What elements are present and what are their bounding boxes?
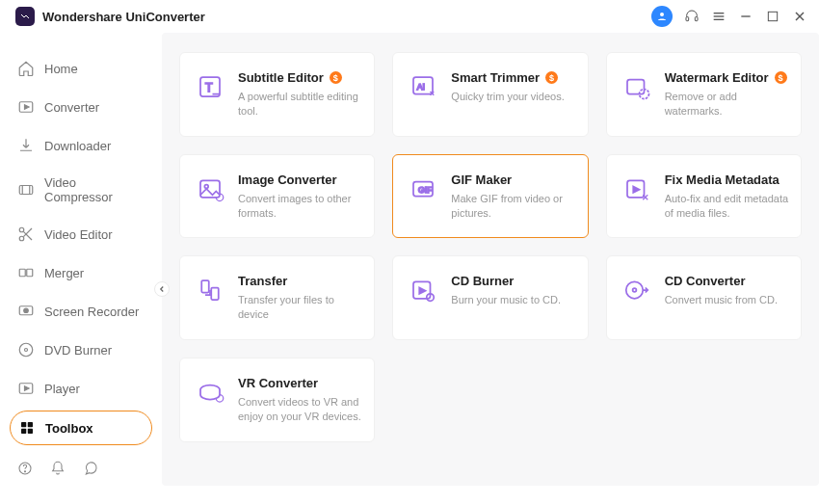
sidebar-item-label: DVD Burner bbox=[44, 343, 112, 358]
svg-rect-12 bbox=[19, 186, 33, 195]
sidebar-item-label: Player bbox=[44, 382, 80, 396]
converter-icon bbox=[17, 98, 35, 116]
tool-title: CD Burner bbox=[451, 274, 514, 288]
tool-card-image-converter[interactable]: Image Converter $ Convert images to othe… bbox=[179, 154, 375, 239]
tool-title: Smart Trimmer bbox=[451, 70, 540, 85]
tool-icon bbox=[196, 378, 225, 407]
scissors-icon bbox=[17, 225, 35, 243]
tool-icon bbox=[622, 276, 651, 305]
svg-rect-27 bbox=[21, 422, 26, 427]
tool-title: VR Converter bbox=[238, 376, 318, 390]
sidebar-item-dvd-burner[interactable]: DVD Burner bbox=[10, 333, 152, 366]
sidebar-item-screen-recorder[interactable]: Screen Recorder bbox=[10, 295, 152, 328]
sidebar: Home Converter Downloader Video Compress… bbox=[0, 33, 162, 486]
tool-desc: Convert images to other formats. bbox=[238, 192, 362, 221]
svg-text:GIF: GIF bbox=[418, 184, 433, 194]
tool-title: GIF Maker bbox=[451, 172, 512, 187]
premium-badge-icon: $ bbox=[545, 71, 558, 84]
headset-icon[interactable] bbox=[684, 9, 700, 24]
svg-point-24 bbox=[25, 349, 28, 352]
tool-card-fix-media-metadata[interactable]: Fix Media Metadata $ Auto-fix and edit m… bbox=[606, 154, 802, 239]
svg-rect-20 bbox=[27, 269, 33, 277]
user-account-button[interactable] bbox=[651, 6, 673, 27]
svg-rect-28 bbox=[28, 422, 33, 427]
premium-badge-icon: $ bbox=[775, 71, 787, 84]
grid-icon bbox=[18, 419, 36, 437]
sidebar-item-video-compressor[interactable]: Video Compressor bbox=[10, 168, 152, 212]
tool-desc: Transfer your files to device bbox=[238, 293, 362, 322]
sidebar-item-label: Converter bbox=[44, 100, 99, 115]
tool-card-transfer[interactable]: Transfer $ Transfer your files to device bbox=[179, 255, 375, 340]
download-icon bbox=[17, 137, 35, 154]
svg-marker-45 bbox=[633, 186, 639, 192]
minimize-button[interactable] bbox=[738, 9, 753, 24]
sidebar-item-converter[interactable]: Converter bbox=[10, 91, 152, 123]
svg-point-32 bbox=[24, 471, 25, 472]
svg-rect-7 bbox=[768, 12, 777, 20]
svg-point-0 bbox=[660, 13, 664, 16]
svg-marker-49 bbox=[420, 288, 426, 294]
tool-icon bbox=[196, 174, 225, 203]
disc-icon bbox=[17, 341, 35, 358]
tool-desc: Burn your music to CD. bbox=[451, 293, 561, 307]
svg-text:AI: AI bbox=[417, 82, 425, 92]
play-icon bbox=[17, 380, 35, 397]
compressor-icon bbox=[17, 181, 35, 199]
home-icon bbox=[17, 60, 35, 77]
merger-icon bbox=[17, 264, 35, 281]
tool-desc: Remove or add watermarks. bbox=[665, 90, 789, 119]
sidebar-item-home[interactable]: Home bbox=[10, 52, 152, 85]
tool-card-cd-converter[interactable]: CD Converter $ Convert music from CD. bbox=[606, 255, 802, 340]
sidebar-item-player[interactable]: Player bbox=[10, 372, 152, 405]
sidebar-item-toolbox[interactable]: Toolbox bbox=[10, 411, 152, 445]
svg-point-22 bbox=[24, 308, 29, 313]
titlebar: Wondershare UniConverter bbox=[0, 0, 819, 33]
tool-title: Image Converter bbox=[238, 172, 337, 187]
tool-icon bbox=[622, 174, 651, 203]
tool-icon: T bbox=[196, 72, 225, 101]
svg-rect-30 bbox=[28, 429, 33, 434]
svg-rect-2 bbox=[695, 17, 698, 21]
svg-rect-38 bbox=[627, 80, 645, 94]
tool-card-subtitle-editor[interactable]: T Subtitle Editor $ A powerful subtitle … bbox=[179, 52, 375, 137]
sidebar-collapse-button[interactable] bbox=[154, 281, 170, 297]
tool-icon bbox=[622, 72, 651, 101]
help-icon[interactable] bbox=[17, 461, 33, 476]
tool-card-watermark-editor[interactable]: Watermark Editor $ Remove or add waterma… bbox=[606, 52, 802, 137]
svg-point-15 bbox=[19, 227, 24, 232]
tool-icon: GIF bbox=[409, 174, 437, 203]
tool-desc: Convert music from CD. bbox=[665, 293, 778, 307]
tool-card-cd-burner[interactable]: CD Burner $ Burn your music to CD. bbox=[392, 255, 588, 340]
tool-card-smart-trimmer[interactable]: AI Smart Trimmer $ Quicky trim your vide… bbox=[392, 52, 588, 137]
svg-rect-40 bbox=[200, 180, 220, 198]
svg-point-51 bbox=[625, 282, 643, 300]
svg-rect-46 bbox=[201, 280, 209, 293]
menu-icon[interactable] bbox=[711, 9, 727, 24]
tool-title: Transfer bbox=[238, 274, 287, 288]
tool-title: Watermark Editor bbox=[665, 70, 769, 85]
recorder-icon bbox=[17, 303, 35, 320]
sidebar-item-downloader[interactable]: Downloader bbox=[10, 129, 152, 162]
close-button[interactable] bbox=[792, 9, 807, 24]
sidebar-item-label: Toolbox bbox=[45, 421, 93, 436]
svg-marker-11 bbox=[25, 105, 30, 110]
bell-icon[interactable] bbox=[50, 461, 66, 476]
svg-point-23 bbox=[19, 343, 33, 357]
svg-point-52 bbox=[632, 289, 636, 293]
tool-icon: AI bbox=[409, 72, 437, 101]
feedback-icon[interactable] bbox=[83, 461, 98, 476]
maximize-button[interactable] bbox=[765, 9, 780, 24]
tool-desc: Auto-fix and edit metadata of media file… bbox=[665, 192, 789, 221]
tool-icon bbox=[196, 276, 225, 305]
tool-card-vr-converter[interactable]: VR Converter $ Convert videos to VR and … bbox=[179, 358, 375, 442]
svg-rect-29 bbox=[21, 429, 26, 434]
sidebar-item-merger[interactable]: Merger bbox=[10, 256, 152, 289]
svg-rect-19 bbox=[19, 269, 25, 277]
sidebar-item-label: Video Editor bbox=[44, 227, 113, 242]
content-area: T Subtitle Editor $ A powerful subtitle … bbox=[162, 33, 819, 486]
tool-card-gif-maker[interactable]: GIF GIF Maker $ Make GIF from video or p… bbox=[392, 154, 588, 239]
tool-title: Subtitle Editor bbox=[238, 70, 324, 85]
tool-title: Fix Media Metadata bbox=[665, 172, 779, 187]
sidebar-item-video-editor[interactable]: Video Editor bbox=[10, 218, 152, 251]
sidebar-item-label: Home bbox=[44, 62, 78, 76]
